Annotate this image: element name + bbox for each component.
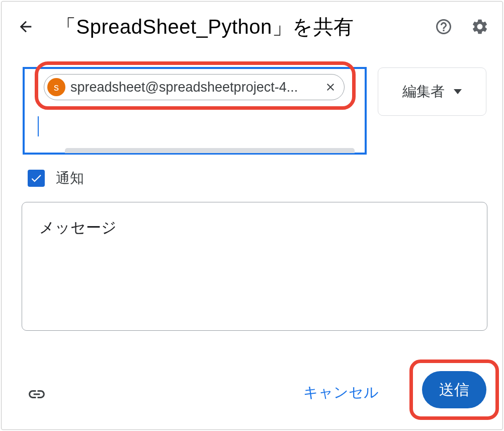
text-cursor <box>38 116 39 136</box>
recipient-chip[interactable]: s spreadsheet@spreadsheetproject-4... <box>44 74 345 100</box>
arrow-back-icon <box>17 18 34 35</box>
check-icon <box>30 172 43 185</box>
dialog-title: 「SpreadSheet_Python」を共有 <box>56 13 354 41</box>
notify-checkbox[interactable] <box>28 170 45 187</box>
back-button[interactable] <box>14 15 38 39</box>
settings-button[interactable] <box>469 16 490 37</box>
notify-row: 通知 <box>28 169 84 188</box>
role-label: 編集者 <box>402 82 445 101</box>
dropdown-icon <box>454 89 462 94</box>
message-placeholder: メッセージ <box>39 218 117 238</box>
help-icon <box>435 18 453 36</box>
dialog-header: 「SpreadSheet_Python」を共有 <box>2 9 502 45</box>
share-dialog: 「SpreadSheet_Python」を共有 s spreadsheet@sp… <box>1 1 503 430</box>
role-selector[interactable]: 編集者 <box>378 67 486 116</box>
avatar: s <box>47 78 65 96</box>
recipient-email: spreadsheet@spreadsheetproject-4... <box>65 80 322 95</box>
help-button[interactable] <box>433 16 454 37</box>
message-textarea[interactable]: メッセージ <box>22 202 487 331</box>
link-icon <box>27 385 46 404</box>
close-icon <box>324 81 337 93</box>
copy-link-button[interactable] <box>25 382 49 406</box>
send-button[interactable]: 送信 <box>422 371 486 408</box>
scrollbar-track <box>65 148 355 153</box>
notify-label: 通知 <box>56 169 84 188</box>
gear-icon <box>471 18 489 36</box>
cancel-button[interactable]: キャンセル <box>294 377 388 408</box>
remove-chip-button[interactable] <box>322 79 339 96</box>
